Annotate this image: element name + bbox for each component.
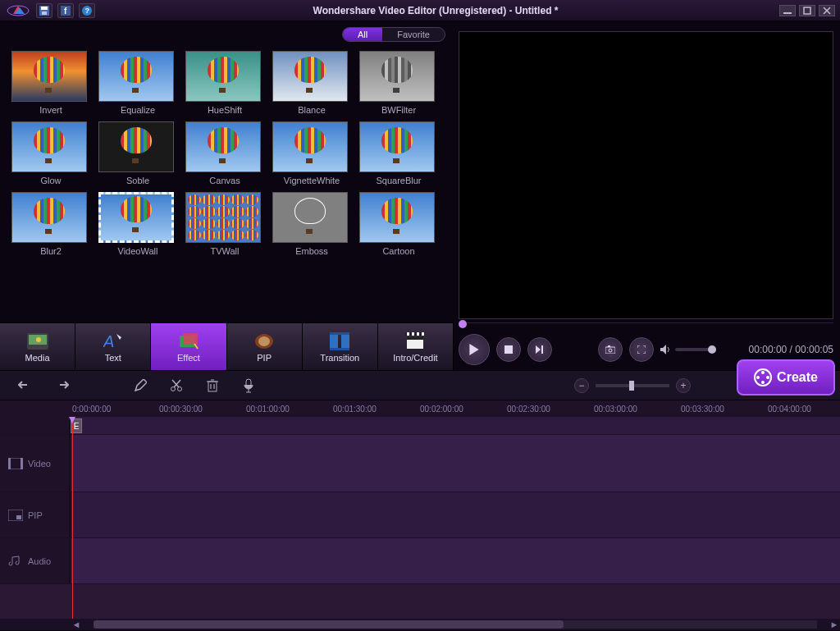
ruler-mark: 00:02:30:00 bbox=[507, 405, 550, 414]
save-button[interactable] bbox=[36, 3, 52, 18]
media-icon bbox=[26, 332, 49, 351]
effect-thumb-emboss[interactable]: Emboss bbox=[272, 192, 351, 256]
minimize-button[interactable] bbox=[779, 5, 796, 16]
scroll-left-arrow[interactable]: ◄ bbox=[71, 619, 82, 630]
app-logo-icon bbox=[5, 2, 31, 19]
preview-seekbar[interactable] bbox=[459, 322, 833, 331]
category-pip[interactable]: PIP bbox=[227, 323, 303, 370]
svg-marker-33 bbox=[536, 345, 541, 354]
thumb-label: Cartoon bbox=[359, 246, 438, 256]
effect-thumb-blur2[interactable]: Blur2 bbox=[11, 192, 90, 256]
svg-rect-22 bbox=[330, 332, 349, 335]
category-text[interactable]: AText bbox=[75, 323, 151, 370]
svg-rect-28 bbox=[412, 332, 414, 336]
timeline-ruler[interactable]: 0:00:00:0000:00:30:0000:01:00:0000:01:30… bbox=[0, 400, 840, 417]
category-intro[interactable]: Intro/Credit bbox=[378, 323, 454, 370]
category-media[interactable]: Media bbox=[0, 323, 75, 370]
zoom-slider[interactable] bbox=[596, 384, 669, 387]
voiceover-button[interactable] bbox=[240, 377, 258, 395]
pip-track-header[interactable]: PIP bbox=[0, 492, 71, 537]
text-icon: A bbox=[102, 332, 125, 351]
edit-button[interactable] bbox=[131, 377, 149, 395]
volume-icon bbox=[660, 345, 672, 354]
facebook-button[interactable]: f bbox=[57, 3, 74, 18]
svg-rect-4 bbox=[41, 7, 48, 10]
timeline-scrollbar[interactable]: ◄ ► bbox=[0, 619, 840, 630]
film-icon bbox=[8, 458, 23, 469]
thumb-label: Blur2 bbox=[11, 246, 90, 256]
stop-button[interactable] bbox=[496, 337, 521, 362]
effect-thumb-canvas[interactable]: Canvas bbox=[185, 121, 264, 185]
effect-thumb-cartoon[interactable]: Cartoon bbox=[359, 192, 438, 256]
preview-panel: 00:00:00 / 00:00:05 bbox=[454, 21, 840, 370]
cut-button[interactable] bbox=[167, 377, 185, 395]
create-button[interactable]: Create bbox=[737, 359, 835, 396]
scroll-right-arrow[interactable]: ► bbox=[829, 619, 840, 630]
category-effect[interactable]: Effect bbox=[151, 323, 226, 370]
titlebar: f ? Wondershare Video Editor (Unregister… bbox=[0, 0, 840, 21]
filter-favorite-tab[interactable]: Favorite bbox=[382, 28, 445, 41]
audio-track-header[interactable]: Audio bbox=[0, 538, 71, 583]
effect-thumb-soble[interactable]: Soble bbox=[98, 121, 177, 185]
scrollbar-thumb[interactable] bbox=[94, 620, 564, 629]
audio-track[interactable] bbox=[71, 538, 840, 583]
category-transition[interactable]: Transition bbox=[303, 323, 378, 370]
svg-point-14 bbox=[36, 337, 41, 342]
filter-all-tab[interactable]: All bbox=[343, 28, 382, 41]
effect-thumb-hueshift[interactable]: HueShift bbox=[185, 51, 264, 115]
svg-rect-21 bbox=[341, 334, 349, 349]
effect-thumb-videowall[interactable]: VideoWall bbox=[98, 192, 177, 256]
ruler-mark: 0:00:00:00 bbox=[72, 405, 111, 414]
track-area: E Video PIP Audio bbox=[0, 417, 840, 619]
video-track-header[interactable]: Video bbox=[0, 435, 71, 492]
create-label: Create bbox=[777, 370, 818, 385]
effect-thumb-invert[interactable]: Invert bbox=[11, 51, 90, 115]
ruler-mark: 00:03:30:00 bbox=[681, 405, 724, 414]
seek-playhead[interactable] bbox=[459, 320, 467, 328]
snapshot-button[interactable] bbox=[598, 337, 623, 362]
zoom-control: − + bbox=[574, 378, 691, 393]
effect-thumb-blance[interactable]: Blance bbox=[272, 51, 351, 115]
time-readout: 00:00:00 / 00:00:05 bbox=[749, 344, 833, 355]
volume-slider[interactable] bbox=[675, 348, 716, 351]
effect-thumb-bwfilter[interactable]: BWFilter bbox=[359, 51, 438, 115]
thumb-label: TVWall bbox=[185, 246, 264, 256]
svg-rect-37 bbox=[608, 345, 610, 347]
timeline-playhead[interactable] bbox=[72, 417, 73, 619]
close-button[interactable] bbox=[819, 5, 835, 16]
help-button[interactable]: ? bbox=[79, 3, 95, 18]
maximize-button[interactable] bbox=[799, 5, 815, 16]
svg-rect-52 bbox=[16, 515, 21, 519]
svg-rect-35 bbox=[605, 347, 615, 354]
effect-grid[interactable]: InvertEqualizeHueShiftBlanceBWFilterGlow… bbox=[0, 44, 454, 322]
undo-button[interactable] bbox=[16, 377, 34, 395]
zoom-in-button[interactable]: + bbox=[676, 378, 691, 393]
fullscreen-button[interactable] bbox=[629, 337, 654, 362]
play-button[interactable] bbox=[459, 334, 490, 365]
thumb-label: Equalize bbox=[98, 105, 177, 115]
preview-screen[interactable] bbox=[459, 31, 833, 319]
effect-thumb-equalize[interactable]: Equalize bbox=[98, 51, 177, 115]
zoom-out-button[interactable]: − bbox=[574, 378, 589, 393]
thumb-label: Invert bbox=[11, 105, 90, 115]
delete-button[interactable] bbox=[203, 377, 221, 395]
film-reel-icon bbox=[754, 368, 772, 386]
redo-button[interactable] bbox=[52, 377, 71, 395]
thumb-label: Emboss bbox=[272, 246, 351, 256]
svg-rect-17 bbox=[183, 333, 198, 345]
effect-thumb-tvwall[interactable]: TVWall bbox=[185, 192, 264, 256]
effect-thumb-squareblur[interactable]: SquareBlur bbox=[359, 121, 438, 185]
video-track[interactable] bbox=[71, 435, 840, 492]
svg-point-43 bbox=[756, 376, 760, 379]
volume-control[interactable] bbox=[660, 345, 716, 354]
svg-rect-32 bbox=[504, 345, 513, 354]
effect-thumb-glow[interactable]: Glow bbox=[11, 121, 90, 185]
category-label: Text bbox=[105, 353, 121, 363]
effect-thumb-vignettewhite[interactable]: VignetteWhite bbox=[272, 121, 351, 185]
pip-track[interactable] bbox=[71, 492, 840, 537]
next-frame-button[interactable] bbox=[527, 337, 552, 362]
thumb-label: BWFilter bbox=[359, 105, 438, 115]
clip-track[interactable]: E bbox=[71, 417, 840, 434]
svg-rect-25 bbox=[407, 337, 423, 340]
thumb-label: Blance bbox=[272, 105, 351, 115]
